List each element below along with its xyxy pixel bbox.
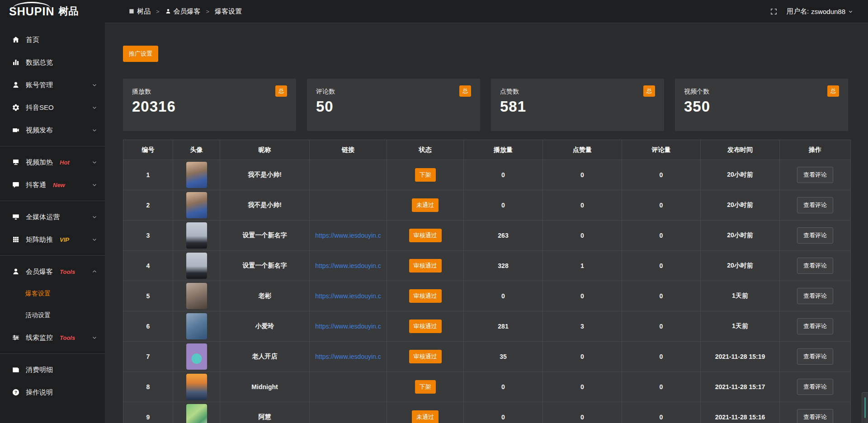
sidebar-item-data-overview[interactable]: 数据总览 <box>0 51 105 74</box>
sidebar-item-label: 账号管理 <box>26 81 53 89</box>
cell-avatar <box>173 311 220 342</box>
sidebar-divider <box>0 201 105 201</box>
view-comments-button[interactable]: 查看评论 <box>797 409 833 423</box>
view-comments-button[interactable]: 查看评论 <box>797 348 833 365</box>
column-header: 点赞量 <box>543 140 622 160</box>
sidebar-item-label: 首页 <box>26 36 39 44</box>
breadcrumb-item[interactable]: 树品 <box>128 7 151 16</box>
topbar-right: 用户名: zswodun88 <box>770 7 854 16</box>
sidebar-subitem-baoke-settings[interactable]: 爆客设置 <box>0 283 105 305</box>
column-header: 昵称 <box>220 140 310 160</box>
avatar <box>186 404 207 423</box>
video-link[interactable]: https://www.iesdouyin.c <box>315 232 381 239</box>
breadcrumb-item[interactable]: 会员爆客 <box>165 7 201 16</box>
column-header: 发布时间 <box>701 140 780 160</box>
gear-icon <box>12 103 20 112</box>
cell-likes: 0 <box>543 190 622 221</box>
sidebar-item-account-management[interactable]: 账号管理 <box>0 74 105 96</box>
app-root: SHUPIN 树品 首页数据总览账号管理抖音SEO视频发布视频加热Hot抖客通N… <box>0 0 868 423</box>
grid-icon <box>12 235 20 244</box>
sidebar-item-video-heat[interactable]: 视频加热Hot <box>0 151 105 174</box>
status-badge[interactable]: 审核通过 <box>409 229 442 242</box>
wallet-icon <box>12 366 20 374</box>
video-link[interactable]: https://www.iesdouyin.c <box>315 323 381 330</box>
sidebar-item-matrix-boost[interactable]: 矩阵助推VIP <box>0 228 105 251</box>
column-header: 编号 <box>123 140 173 160</box>
brand-logo-cn: 树品 <box>58 5 78 18</box>
breadcrumb-item[interactable]: 爆客设置 <box>215 7 242 16</box>
fullscreen-icon[interactable] <box>770 8 778 15</box>
chevron-down-icon <box>91 127 98 133</box>
cell-plays: 0 <box>464 402 543 423</box>
cell-number: 9 <box>123 402 173 423</box>
cell-action: 查看评论 <box>780 342 851 372</box>
column-header: 评论量 <box>622 140 701 160</box>
chevron-down-icon <box>91 214 98 220</box>
cell-nickname: 老人开店 <box>220 342 310 372</box>
sidebar-item-omni-media[interactable]: 全媒体运营 <box>0 206 105 228</box>
cell-status: 审核通过 <box>387 221 464 251</box>
status-badge[interactable]: 审核通过 <box>409 320 442 333</box>
videos-table-wrap: 编号头像昵称链接状态播放量点赞量评论量发布时间操作 1 我不是小帅! 下架 0 … <box>123 140 848 423</box>
cell-avatar <box>173 372 220 402</box>
status-badge[interactable]: 下架 <box>415 380 436 394</box>
status-badge[interactable]: 未通过 <box>412 410 439 423</box>
view-comments-button[interactable]: 查看评论 <box>797 197 833 213</box>
status-badge[interactable]: 审核通过 <box>409 259 442 273</box>
promo-settings-button[interactable]: 推广设置 <box>123 46 158 62</box>
chevron-down-icon <box>91 159 98 165</box>
sidebar-item-consumption-details[interactable]: 消费明细 <box>0 358 105 381</box>
table-row: 6 小爱玲 https://www.iesdouyin.c 审核通过 281 3… <box>123 311 851 342</box>
brand-logo[interactable]: SHUPIN 树品 <box>0 0 105 23</box>
table-row: 8 Midnight 下架 0 0 0 2021-11-28 15:17 查看评… <box>123 372 851 402</box>
view-comments-button[interactable]: 查看评论 <box>797 167 833 183</box>
cell-publish-time: 1天前 <box>701 311 780 342</box>
view-comments-button[interactable]: 查看评论 <box>797 318 833 334</box>
status-badge[interactable]: 审核通过 <box>409 289 442 303</box>
table-row: 5 老彬 https://www.iesdouyin.c 审核通过 0 0 0 … <box>123 281 851 311</box>
cell-likes: 0 <box>543 372 622 402</box>
cell-comments: 0 <box>622 402 701 423</box>
sidebar-subitem-activity-settings[interactable]: 活动设置 <box>0 305 105 326</box>
cell-status: 下架 <box>387 372 464 402</box>
stat-card-videos: 视频个数总350 <box>675 79 848 131</box>
avatar <box>186 222 207 249</box>
column-header: 状态 <box>387 140 464 160</box>
sliders-icon <box>12 334 20 342</box>
stat-label: 点赞数 <box>500 88 519 96</box>
cell-publish-time: 20小时前 <box>701 221 780 251</box>
sidebar-item-badge: Tools <box>60 268 75 275</box>
cell-avatar <box>173 342 220 372</box>
cell-action: 查看评论 <box>780 402 851 423</box>
cell-comments: 0 <box>622 251 701 281</box>
sidebar-item-video-publish[interactable]: 视频发布 <box>0 119 105 141</box>
view-comments-button[interactable]: 查看评论 <box>797 227 833 244</box>
view-comments-button[interactable]: 查看评论 <box>797 288 833 304</box>
sidebar-item-label: 抖客通 <box>26 181 46 189</box>
sidebar-item-home[interactable]: 首页 <box>0 28 105 51</box>
stat-label: 评论数 <box>316 88 335 96</box>
cell-plays: 0 <box>464 281 543 311</box>
cell-likes: 0 <box>543 342 622 372</box>
status-badge[interactable]: 审核通过 <box>409 350 442 363</box>
status-badge[interactable]: 下架 <box>415 168 436 182</box>
svg-text:?: ? <box>14 390 17 395</box>
stat-label: 播放数 <box>132 88 151 96</box>
sidebar-item-douyin-seo[interactable]: 抖音SEO <box>0 96 105 119</box>
cell-number: 2 <box>123 190 173 221</box>
sidebar-item-member-baoke[interactable]: 会员爆客Tools <box>0 260 105 283</box>
chevron-up-icon <box>91 268 98 275</box>
sidebar-item-douketong[interactable]: 抖客通New <box>0 174 105 196</box>
video-link[interactable]: https://www.iesdouyin.c <box>315 353 381 360</box>
sidebar-item-operation-guide[interactable]: ?操作说明 <box>0 381 105 404</box>
cell-number: 6 <box>123 311 173 342</box>
table-row: 7 老人开店 https://www.iesdouyin.c 审核通过 35 0… <box>123 342 851 372</box>
user-menu[interactable]: 用户名: zswodun88 <box>787 7 854 16</box>
floating-side-widget[interactable] <box>862 392 868 423</box>
status-badge[interactable]: 未通过 <box>412 198 439 212</box>
view-comments-button[interactable]: 查看评论 <box>797 379 833 395</box>
view-comments-button[interactable]: 查看评论 <box>797 258 833 274</box>
video-link[interactable]: https://www.iesdouyin.c <box>315 292 381 300</box>
sidebar-item-clue-monitor[interactable]: 线索监控Tools <box>0 326 105 349</box>
video-link[interactable]: https://www.iesdouyin.c <box>315 262 381 269</box>
